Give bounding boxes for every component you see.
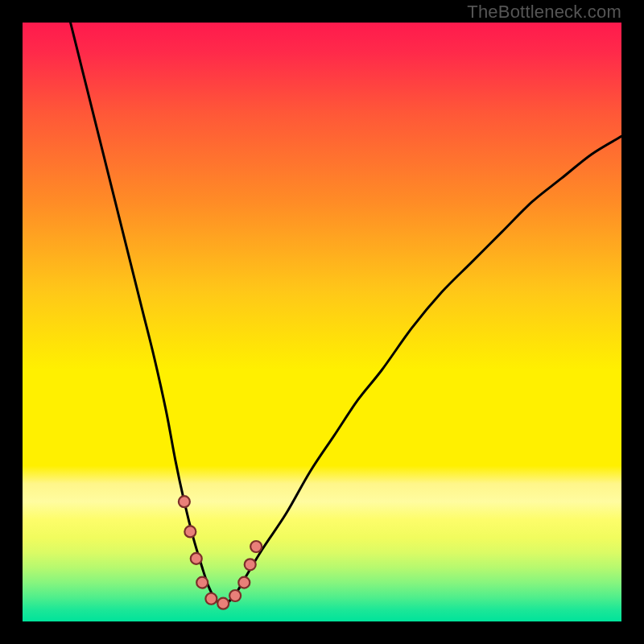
data-marker: [191, 553, 202, 564]
data-marker: [250, 541, 262, 552]
data-marker: [179, 496, 190, 507]
watermark-text: TheBottleneck.com: [467, 2, 621, 23]
chart-background: [23, 23, 621, 621]
data-marker: [245, 559, 256, 570]
data-marker: [238, 577, 250, 588]
data-marker: [184, 526, 196, 537]
chart-frame: TheBottleneck.com: [0, 0, 644, 644]
data-marker: [196, 577, 208, 588]
data-marker: [229, 590, 241, 601]
data-marker: [205, 593, 217, 605]
chart-svg: [23, 23, 621, 621]
data-marker: [217, 598, 229, 609]
